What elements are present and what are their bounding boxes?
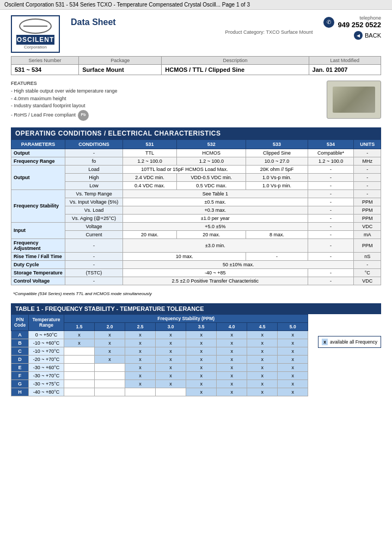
back-icon[interactable]: ◀: [354, 31, 363, 40]
ppm-cell: x: [125, 379, 156, 388]
page-header: OSCILENT Corporation Data Sheet Product …: [11, 15, 381, 53]
ppm-3-0: 3.0: [156, 322, 186, 330]
back-area[interactable]: ◀ BACK: [323, 31, 381, 40]
v531-freq: 1.2 ~ 100.0: [123, 157, 177, 165]
ppm-cell: [64, 347, 95, 355]
v533-current: 8 max.: [246, 230, 308, 238]
list-item: H-40 ~ +80°Cxxxx: [11, 388, 308, 396]
cond-output: -: [65, 149, 123, 157]
v533-load: 20K ohm // 5pF: [246, 165, 308, 173]
v534-freq-adj: -: [308, 238, 354, 252]
units-control-volt: VDC: [354, 277, 381, 285]
v532-current: 20 max.: [177, 230, 246, 238]
temp-range-cell: -40 ~ +80°C: [29, 388, 64, 396]
series-description-value: HCMOS / TTL / Clipped Sine: [162, 65, 309, 75]
v534-vs-aging: -: [308, 214, 354, 222]
legend-wrap: x available all Frequency: [314, 314, 381, 348]
logo-area: OSCILENT Corporation: [11, 15, 60, 53]
datasheet-title: Data Sheet: [71, 17, 116, 27]
v534-voltage: -: [308, 222, 354, 230]
v534-high: -: [308, 173, 354, 181]
cond-storage-temp: (TSTC): [65, 268, 123, 277]
ppm-cell: x: [156, 355, 186, 363]
ppm-cell: x: [247, 379, 278, 388]
ppm-cell: x: [278, 347, 308, 355]
header-conditions: CONDITIONS: [65, 139, 123, 149]
back-label[interactable]: BACK: [365, 32, 381, 39]
features-list: - High stable output over wide temperatu…: [11, 88, 327, 121]
ppm-cell: x: [156, 347, 186, 355]
ppm-cell: x: [64, 339, 95, 347]
ppm-cell: x: [247, 388, 278, 396]
ppm-cell: x: [95, 330, 125, 339]
param-output: Output: [11, 149, 65, 157]
telephone-info: telephone 949 252 0522: [338, 15, 381, 29]
ppm-cell: x: [186, 371, 217, 379]
ppm-cell: x: [95, 347, 125, 355]
ppm-cell: x: [278, 379, 308, 388]
ppm-cell: x: [278, 371, 308, 379]
v531-control-volt: 2.5 ±2.0 Positive Transfer Characteristi…: [123, 277, 308, 285]
cond-rise-time: -: [65, 252, 123, 260]
freq-table: P/N Code Temperature Range Frequency Sta…: [11, 314, 308, 396]
ppm-cell: x: [217, 379, 247, 388]
cond-vs-load: Vs. Load: [65, 206, 123, 214]
browser-titlebar: Oscilent Corporation 531 - 534 Series TC…: [0, 0, 392, 10]
list-item: F-30 ~ +70°Cxxxxxx: [11, 371, 308, 379]
table-row: Vs. Load +0.3 max. - PPM: [11, 206, 381, 214]
series-number-value: 531 ~ 534: [11, 65, 79, 75]
units-freq: MHz: [354, 157, 381, 165]
table-row: Vs. Input Voltage (5%) ±0.5 max. - PPM: [11, 198, 381, 206]
product-category: Product Category: TXCO Surface Mount: [71, 29, 313, 35]
v531-output: TTL: [123, 149, 177, 157]
pn-code-cell: C: [11, 347, 29, 355]
feature-item-4: - RoHS / Lead Free compliant: [11, 112, 76, 119]
v533-high: 1.0 Vs-p min.: [246, 173, 308, 181]
units-output: -: [354, 149, 381, 157]
v531-vs-load: +0.3 max.: [123, 206, 308, 214]
cond-voltage: Voltage: [65, 222, 123, 230]
v531-storage-temp: -40 ~ +85: [123, 268, 308, 277]
v533-low: 1.0 Vs-p min.: [246, 181, 308, 189]
series-modified-header: Last Modified: [309, 57, 381, 65]
main-table: PARAMETERS CONDITIONS 531 532 533 534 UN…: [11, 139, 381, 285]
header-534: 534: [308, 139, 354, 149]
cond-control-volt: -: [65, 277, 123, 285]
pn-code-cell: G: [11, 379, 29, 388]
features-section: FEATURES - High stable output over wide …: [11, 81, 381, 121]
temp-range-cell: -30 ~ +70°C: [29, 371, 64, 379]
table-row: Low 0.4 VDC max. 0.5 VDC max. 1.0 Vs-p m…: [11, 181, 381, 189]
units-low: -: [354, 181, 381, 189]
v534-storage-temp: -: [308, 268, 354, 277]
v531-vs-aging: ±1.0 per year: [123, 214, 308, 222]
header-right: ✆ telephone 949 252 0522 ◀ BACK: [323, 15, 381, 40]
ppm-4-0: 4.0: [217, 322, 247, 330]
ppm-cell: x: [125, 330, 156, 339]
ppm-cell: x: [278, 363, 308, 371]
param-output-level: Output: [11, 165, 65, 189]
list-item: G-30 ~ +75°Cxxxxxx: [11, 379, 308, 388]
table-row: Output - TTL HCMOS Clipped Sine Compatib…: [11, 149, 381, 157]
param-input: Input: [11, 222, 65, 238]
ppm-cell: [95, 371, 125, 379]
ppm-cell: x: [64, 330, 95, 339]
units-freq-adj: PPM: [354, 238, 381, 252]
ppm-cell: x: [278, 355, 308, 363]
param-freq: Frequency Range: [11, 157, 65, 165]
v534-output: Compatible*: [308, 149, 354, 157]
ppm-cell: x: [186, 379, 217, 388]
units-storage-temp: °C: [354, 268, 381, 277]
units-load: -: [354, 165, 381, 173]
ppm-cell: x: [186, 388, 217, 396]
cond-vs-aging: Vs. Aging (@+25°C): [65, 214, 123, 222]
list-item: E-30 ~ +60°Cxxxxxx: [11, 363, 308, 371]
ppm-cell: x: [186, 339, 217, 347]
ppm-cell: x: [156, 371, 186, 379]
ppm-3-5: 3.5: [186, 322, 217, 330]
features-label: FEATURES: [11, 81, 327, 86]
cond-duty: -: [65, 260, 123, 268]
ppm-cell: x: [186, 355, 217, 363]
temp-range-cell: -10 ~ +60°C: [29, 339, 64, 347]
v534-load: -: [308, 165, 354, 173]
list-item: A0 ~ +50°Cxxxxxxxx: [11, 330, 308, 339]
